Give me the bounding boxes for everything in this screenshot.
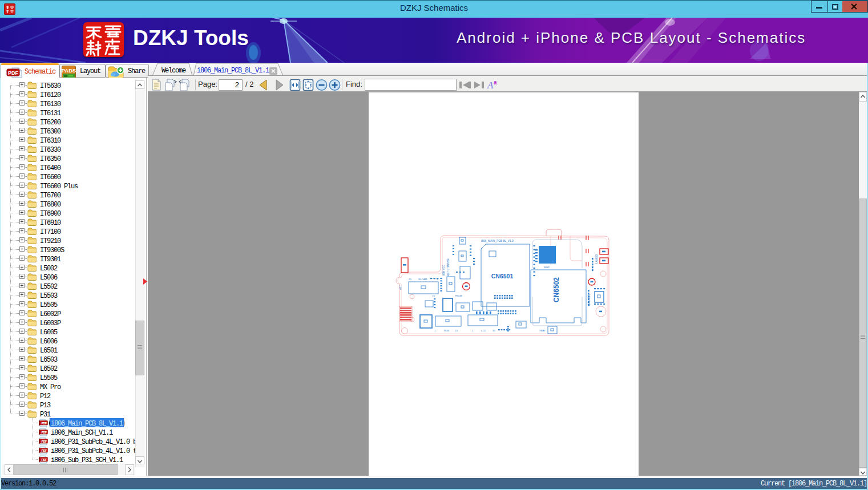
svg-text:LAN/SD: LAN/SD xyxy=(595,254,598,264)
svg-text:35: 35 xyxy=(492,329,495,332)
svg-text:CN6501: CN6501 xyxy=(491,273,514,280)
svg-text:LCD: LCD xyxy=(481,329,486,332)
svg-text:1: 1 xyxy=(472,329,474,332)
svg-text:W-CAM: W-CAM xyxy=(418,278,427,281)
svg-text:Welcome: Welcome xyxy=(162,67,186,75)
svg-text:VBAT: VBAT xyxy=(539,329,546,332)
svg-text:PDF: PDF xyxy=(8,70,19,76)
svg-text:PADS: PADS xyxy=(62,67,76,74)
svg-text:CN6502: CN6502 xyxy=(552,277,560,302)
svg-text:a: a xyxy=(494,79,497,86)
svg-text:20: 20 xyxy=(409,278,411,281)
svg-text:SIM2: SIM2 xyxy=(544,266,550,269)
svg-text:HSUB: HSUB xyxy=(455,294,462,297)
svg-text:USB VCC: USB VCC xyxy=(442,264,445,276)
svg-text:A: A xyxy=(487,80,494,91)
svg-text:23: 23 xyxy=(455,329,458,332)
svg-text:SUB: SUB xyxy=(444,329,449,332)
svg-text:i806_MAIN_PCB-8L_V1.0: i806_MAIN_PCB-8L_V1.0 xyxy=(481,240,514,242)
svg-text:i806_Main_PCB_8L_V1.1: i806_Main_PCB_8L_V1.1 xyxy=(197,67,269,75)
svg-text:TP: TP xyxy=(432,295,435,298)
svg-text:A17: A17 xyxy=(399,285,402,290)
svg-text:RST CTP PWR: RST CTP PWR xyxy=(447,258,450,276)
svg-text:GPS/WIFI: GPS/WIFI xyxy=(588,294,591,306)
svg-text:1: 1 xyxy=(434,329,436,332)
